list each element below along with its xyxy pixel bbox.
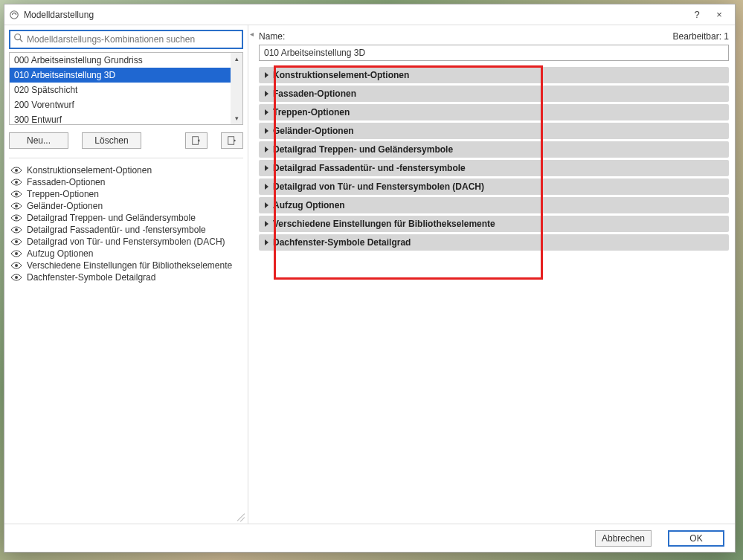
override-item[interactable]: Geländer-Optionen <box>9 200 243 212</box>
new-button[interactable]: Neu... <box>9 132 68 149</box>
combination-item[interactable]: 300 Entwurf <box>10 112 242 125</box>
expand-caret-icon <box>265 221 268 227</box>
expand-caret-icon <box>265 165 268 171</box>
app-icon <box>9 10 19 20</box>
visibility-eye-icon[interactable] <box>10 248 22 259</box>
combination-list[interactable]: 000 Arbeitseinstellung Grundriss010 Arbe… <box>9 52 243 125</box>
svg-line-2 <box>20 39 23 42</box>
svg-rect-4 <box>228 137 234 145</box>
combination-item[interactable]: 000 Arbeitseinstellung Grundriss <box>10 53 242 68</box>
settings-group-header[interactable]: Verschiedene Einstellungen für Bibliothe… <box>259 216 729 232</box>
name-input[interactable] <box>259 45 729 61</box>
search-input[interactable] <box>24 34 239 45</box>
visibility-eye-icon[interactable] <box>10 165 22 176</box>
override-item[interactable]: Fassaden-Optionen <box>9 176 243 188</box>
svg-point-5 <box>15 169 18 172</box>
override-item[interactable]: Dachfenster-Symbole Detailgrad <box>9 271 243 283</box>
delete-button[interactable]: Löschen <box>82 132 141 149</box>
expand-caret-icon <box>265 91 268 97</box>
override-item[interactable]: Detailgrad Treppen- und Geländersymbole <box>9 212 243 224</box>
chevron-left-icon: ◂ <box>250 30 254 38</box>
expand-caret-icon <box>265 184 268 190</box>
svg-point-13 <box>15 264 18 267</box>
ok-button[interactable]: OK <box>668 530 724 547</box>
settings-group-header[interactable]: Detailgrad Treppen- und Geländersymbole <box>259 141 729 158</box>
visibility-eye-icon[interactable] <box>10 236 22 247</box>
left-panel: 000 Arbeitseinstellung Grundriss010 Arbe… <box>4 25 248 524</box>
settings-group-header[interactable]: Treppen-Optionen <box>259 104 729 120</box>
visibility-eye-icon[interactable] <box>10 260 22 271</box>
override-item[interactable]: Detailgrad Fassadentür- und -fenstersymb… <box>9 224 243 236</box>
visibility-eye-icon[interactable] <box>10 201 22 211</box>
settings-group-label: Treppen-Optionen <box>273 107 350 118</box>
override-item[interactable]: Treppen-Optionen <box>9 188 243 200</box>
dialog-footer: Abbrechen OK <box>4 524 735 552</box>
collapse-left-panel[interactable]: ◂ <box>248 25 254 524</box>
svg-point-14 <box>15 276 18 279</box>
settings-group-header[interactable]: Detailgrad von Tür- und Fenstersymbolen … <box>259 178 729 195</box>
expand-caret-icon <box>265 202 268 208</box>
combination-scrollbar[interactable]: ▴ ▾ <box>231 53 242 124</box>
search-icon <box>13 33 24 46</box>
settings-group-header[interactable]: Dachfenster-Symbole Detailgrad <box>259 234 729 251</box>
titlebar: Modelldarstellung ? × <box>4 4 735 25</box>
override-item-label: Verschiedene Einstellungen für Bibliothe… <box>27 260 232 271</box>
override-item[interactable]: Detailgrad von Tür- und Fenstersymbolen … <box>9 236 243 248</box>
settings-group-header[interactable]: Fassaden-Optionen <box>259 86 729 102</box>
override-item[interactable]: Aufzug Optionen <box>9 248 243 260</box>
scroll-up-icon[interactable]: ▴ <box>231 53 242 65</box>
export-button[interactable] <box>221 132 243 149</box>
override-item-label: Geländer-Optionen <box>27 201 103 211</box>
combination-item[interactable]: 200 Vorentwurf <box>10 97 242 112</box>
override-item[interactable]: Verschiedene Einstellungen für Bibliothe… <box>9 260 243 271</box>
resize-grip[interactable] <box>234 510 245 521</box>
editable-count: Bearbeitbar: 1 <box>673 31 729 42</box>
combo-button-row: Neu... Löschen <box>9 132 243 149</box>
visibility-eye-icon[interactable] <box>10 225 22 235</box>
import-button[interactable] <box>185 132 208 149</box>
divider <box>9 158 243 158</box>
override-item-label: Fassaden-Optionen <box>27 177 105 187</box>
override-item-label: Konstruktionselement-Optionen <box>27 165 152 176</box>
right-panel: Name: Bearbeitbar: 1 Konstruktionselemen… <box>254 25 735 524</box>
settings-groups-container: Konstruktionselement-OptionenFassaden-Op… <box>259 67 729 524</box>
svg-point-8 <box>15 205 18 207</box>
settings-group-header[interactable]: Geländer-Optionen <box>259 123 729 139</box>
settings-group-header[interactable]: Aufzug Optionen <box>259 197 729 213</box>
svg-point-7 <box>15 193 18 196</box>
settings-group-label: Konstruktionselement-Optionen <box>273 70 409 80</box>
help-button[interactable]: ? <box>686 7 708 23</box>
settings-group-label: Detailgrad Treppen- und Geländersymbole <box>273 144 453 155</box>
override-item-label: Dachfenster-Symbole Detailgrad <box>27 272 155 283</box>
settings-group-header[interactable]: Detailgrad Fassadentür- und -fenstersymb… <box>259 160 729 176</box>
settings-group-header[interactable]: Konstruktionselement-Optionen <box>259 67 729 83</box>
close-button[interactable]: × <box>708 7 730 23</box>
svg-point-12 <box>15 252 18 255</box>
combination-item[interactable]: 010 Arbeitseinstellung 3D <box>10 68 242 83</box>
visibility-eye-icon[interactable] <box>10 272 22 283</box>
export-icon <box>227 135 237 146</box>
visibility-eye-icon[interactable] <box>10 213 22 223</box>
override-item-label: Detailgrad Treppen- und Geländersymbole <box>27 213 196 223</box>
svg-point-10 <box>15 228 18 231</box>
settings-group-label: Detailgrad Fassadentür- und -fenstersymb… <box>273 163 466 173</box>
expand-caret-icon <box>265 72 268 78</box>
search-field[interactable] <box>9 30 243 49</box>
scroll-down-icon[interactable]: ▾ <box>231 112 242 124</box>
override-item-label: Aufzug Optionen <box>27 248 93 259</box>
svg-point-9 <box>15 216 18 219</box>
override-item[interactable]: Konstruktionselement-Optionen <box>9 164 243 176</box>
combination-item[interactable]: 020 Spätschicht <box>10 83 242 97</box>
svg-point-11 <box>15 240 18 243</box>
svg-point-1 <box>15 34 21 40</box>
cancel-button[interactable]: Abbrechen <box>595 530 652 547</box>
override-list: Konstruktionselement-OptionenFassaden-Op… <box>9 164 243 519</box>
settings-group-label: Fassaden-Optionen <box>273 88 356 99</box>
visibility-eye-icon[interactable] <box>10 177 22 187</box>
svg-point-6 <box>15 181 18 184</box>
settings-group-label: Detailgrad von Tür- und Fenstersymbolen … <box>273 181 484 192</box>
override-item-label: Treppen-Optionen <box>27 189 99 199</box>
svg-rect-3 <box>193 137 199 145</box>
override-item-label: Detailgrad von Tür- und Fenstersymbolen … <box>27 236 225 247</box>
visibility-eye-icon[interactable] <box>10 189 22 199</box>
